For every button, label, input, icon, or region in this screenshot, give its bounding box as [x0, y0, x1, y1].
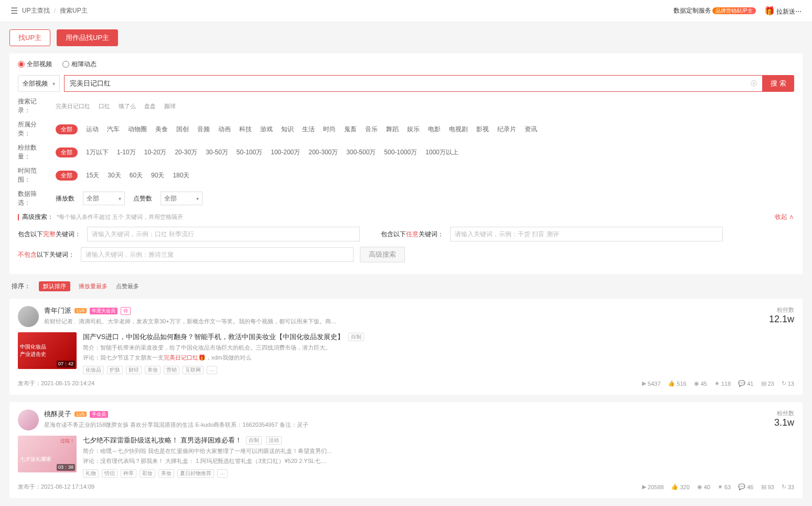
video-title[interactable]: 国产VS进口，中国化妆品如何翻身？智能手机，救活中国美妆业【中国化妆品发展史】	[83, 332, 344, 342]
fans-col: 粉丝数 12.1w	[769, 306, 794, 325]
tag-item[interactable]: 化妆品	[83, 366, 104, 374]
category-item[interactable]: 生活	[302, 125, 315, 134]
video-type-select[interactable]: 全部视频 ▾	[18, 75, 60, 92]
invite-link[interactable]: 🎁 拉新送⋯	[764, 6, 802, 16]
timerange-item[interactable]: 180天	[173, 171, 189, 180]
radio-all-video[interactable]: 全部视频	[18, 60, 52, 69]
category-item[interactable]: 影视	[476, 125, 489, 134]
timerange-item[interactable]: 60天	[130, 171, 143, 180]
history-item[interactable]: 饿了么	[119, 102, 136, 110]
adv-exact-input[interactable]	[87, 227, 360, 241]
category-item[interactable]: 纪录片	[497, 125, 516, 134]
play-filter-select[interactable]: 全部 ▾	[83, 192, 125, 205]
video-thumbnail[interactable]: 过啦！ 七夕送礼哪家 03：38	[18, 436, 77, 472]
fans-all[interactable]: 全部	[56, 147, 78, 157]
category-all[interactable]: 全部	[56, 124, 78, 134]
tag-item[interactable]: 美妆	[158, 469, 174, 478]
avatar[interactable]	[18, 306, 39, 327]
fans-item[interactable]: 20-30万	[175, 148, 197, 157]
tag-item[interactable]: 种草	[121, 469, 136, 478]
category-item[interactable]: 音乐	[365, 125, 378, 134]
timerange-item[interactable]: 90天	[151, 171, 164, 180]
tab-find-up[interactable]: 找UP主	[9, 29, 50, 46]
radio-dynamic-input[interactable]	[62, 61, 69, 68]
tab-find-by-work[interactable]: 用作品找UP主	[57, 29, 118, 46]
sort-like-most[interactable]: 点赞最多	[116, 282, 139, 290]
category-item[interactable]: 美食	[155, 125, 168, 134]
fans-item[interactable]: 1-10万	[117, 148, 136, 157]
tag-more[interactable]: …	[207, 366, 217, 374]
collapse-toggle[interactable]: 收起 ∧	[775, 213, 794, 222]
radio-all-video-input[interactable]	[18, 61, 25, 68]
fans-item[interactable]: 200-300万	[308, 148, 338, 157]
breadcrumb-level1[interactable]: UP主查找	[22, 6, 50, 15]
clear-icon[interactable]: ⓧ	[751, 79, 757, 88]
custom-data-link[interactable]: 数据定制服务品牌营销&UP主	[674, 6, 756, 15]
history-item[interactable]: 盘盘	[144, 102, 156, 110]
danmu-icon: ▤	[761, 380, 766, 387]
search-button[interactable]: 搜 索	[763, 75, 794, 92]
timerange-item[interactable]: 15天	[86, 171, 99, 180]
tag-item[interactable]: 情侣	[102, 469, 117, 478]
tag-item[interactable]: 财经	[126, 366, 142, 374]
video-title[interactable]: 七夕绝不踩雷垂卧级送礼攻略！ 直男选择困难必看！	[83, 436, 242, 445]
menu-toggle-icon[interactable]: ☰	[10, 6, 18, 16]
category-item[interactable]: 动画	[218, 125, 231, 134]
follow-badge[interactable]: 领	[121, 307, 131, 315]
sort-default[interactable]: 默认排序	[39, 281, 70, 291]
fans-item[interactable]: 10-20万	[144, 148, 167, 157]
category-item[interactable]: 娱乐	[407, 125, 420, 134]
lv-badge: LV5	[74, 412, 87, 417]
creator-name[interactable]: 青年门派	[44, 306, 71, 315]
tag-item[interactable]: 彩妆	[140, 469, 155, 478]
tag-item[interactable]: 营销	[164, 366, 179, 374]
creator-name[interactable]: 桃酥灵子	[44, 409, 71, 419]
play-filter-label: 播放数	[56, 194, 74, 203]
category-item[interactable]: 动物圈	[128, 125, 147, 134]
breadcrumb-level2[interactable]: 搜索UP主	[60, 6, 88, 15]
adv-exclude-input[interactable]	[81, 247, 354, 262]
sort-label: 排序：	[12, 282, 30, 291]
history-item[interactable]: 口红	[99, 102, 110, 110]
avatar[interactable]	[18, 409, 39, 430]
adv-search-button[interactable]: 高级搜索	[360, 247, 405, 262]
category-item[interactable]: 资讯	[525, 125, 537, 134]
category-item[interactable]: 电视剧	[449, 125, 468, 134]
tag-item[interactable]: 互联网	[183, 366, 204, 374]
category-item[interactable]: 汽车	[107, 125, 120, 134]
like-filter-select[interactable]: 全部 ▾	[161, 192, 202, 205]
fans-label: 粉丝数	[769, 306, 794, 314]
tag-more[interactable]: …	[217, 469, 228, 478]
fans-item[interactable]: 1000万以上	[425, 148, 458, 157]
category-item[interactable]: 舞蹈	[386, 125, 399, 134]
fans-item[interactable]: 500-1000万	[384, 148, 417, 157]
breadcrumb-sep: /	[54, 7, 56, 15]
history-item[interactable]: 完美日记口红	[56, 102, 90, 110]
sort-play-most[interactable]: 播放量最多	[79, 282, 108, 290]
search-input[interactable]	[70, 80, 757, 88]
video-thumbnail[interactable]: 中国化妆品 产业进击史 07：42	[18, 332, 77, 369]
adv-any-input[interactable]	[450, 227, 723, 241]
fans-item[interactable]: 30-50万	[206, 148, 228, 157]
history-item[interactable]: 颜球	[164, 102, 176, 110]
tag-item[interactable]: 夏日好物推荐	[177, 469, 214, 478]
timerange-item[interactable]: 30天	[108, 171, 121, 180]
category-item[interactable]: 运动	[86, 125, 99, 134]
timerange-all[interactable]: 全部	[56, 171, 78, 181]
fans-item[interactable]: 100-200万	[271, 148, 300, 157]
category-item[interactable]: 游戏	[260, 125, 273, 134]
tag-item[interactable]: 护肤	[107, 366, 123, 374]
category-item[interactable]: 鬼畜	[344, 125, 357, 134]
category-item[interactable]: 音频	[197, 125, 210, 134]
radio-dynamic[interactable]: 相簿动态	[62, 60, 97, 69]
category-item[interactable]: 电影	[428, 125, 441, 134]
category-item[interactable]: 时尚	[323, 125, 336, 134]
fans-item[interactable]: 300-500万	[346, 148, 376, 157]
fans-item[interactable]: 1万以下	[86, 148, 109, 157]
category-item[interactable]: 国创	[176, 125, 189, 134]
category-item[interactable]: 知识	[281, 125, 294, 134]
tag-item[interactable]: 美妆	[145, 366, 161, 374]
tag-item[interactable]: 礼物	[83, 469, 99, 478]
fans-item[interactable]: 50-100万	[237, 148, 262, 157]
category-item[interactable]: 科技	[239, 125, 252, 134]
